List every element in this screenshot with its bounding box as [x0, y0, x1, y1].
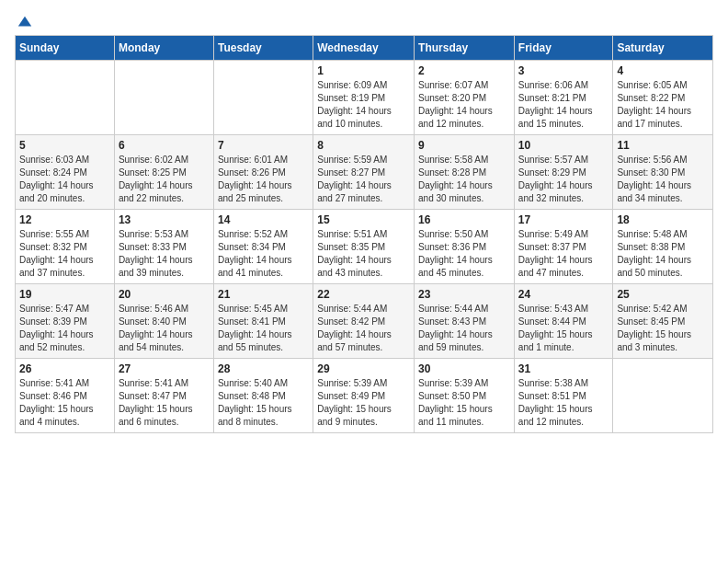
- calendar-cell: 10Sunrise: 5:57 AM Sunset: 8:29 PM Dayli…: [514, 135, 613, 210]
- calendar-cell: 20Sunrise: 5:46 AM Sunset: 8:40 PM Dayli…: [114, 284, 213, 359]
- day-number: 8: [317, 139, 410, 152]
- day-info: Sunrise: 5:55 AM Sunset: 8:32 PM Dayligh…: [19, 228, 110, 280]
- day-info: Sunrise: 5:59 AM Sunset: 8:27 PM Dayligh…: [317, 154, 410, 205]
- calendar-cell: 1Sunrise: 6:09 AM Sunset: 8:19 PM Daylig…: [313, 61, 415, 135]
- calendar-cell: 18Sunrise: 5:48 AM Sunset: 8:38 PM Dayli…: [613, 210, 713, 284]
- weekday-header: Saturday: [613, 36, 713, 61]
- weekday-header: Monday: [114, 36, 213, 61]
- weekday-header: Tuesday: [213, 36, 313, 61]
- day-info: Sunrise: 5:52 AM Sunset: 8:34 PM Dayligh…: [218, 228, 309, 280]
- weekday-header: Friday: [514, 36, 613, 61]
- logo-icon: [17, 15, 33, 31]
- day-number: 14: [218, 213, 309, 226]
- day-info: Sunrise: 5:38 AM Sunset: 8:51 PM Dayligh…: [518, 377, 609, 429]
- day-info: Sunrise: 5:41 AM Sunset: 8:47 PM Dayligh…: [119, 377, 210, 429]
- calendar-cell: 22Sunrise: 5:44 AM Sunset: 8:42 PM Dayli…: [313, 284, 415, 359]
- calendar-cell: 2Sunrise: 6:07 AM Sunset: 8:20 PM Daylig…: [415, 61, 515, 135]
- day-number: 7: [218, 139, 309, 152]
- calendar-cell: 4Sunrise: 6:05 AM Sunset: 8:22 PM Daylig…: [613, 61, 713, 135]
- weekday-header: Wednesday: [313, 36, 415, 61]
- day-info: Sunrise: 5:49 AM Sunset: 8:37 PM Dayligh…: [518, 228, 609, 280]
- day-number: 24: [518, 288, 609, 301]
- day-info: Sunrise: 5:40 AM Sunset: 8:48 PM Dayligh…: [218, 377, 309, 429]
- day-number: 28: [218, 362, 309, 375]
- day-number: 2: [418, 64, 510, 77]
- calendar-week-row: 12Sunrise: 5:55 AM Sunset: 8:32 PM Dayli…: [16, 210, 713, 284]
- day-number: 22: [317, 288, 410, 301]
- calendar-cell: 8Sunrise: 5:59 AM Sunset: 8:27 PM Daylig…: [313, 135, 415, 210]
- calendar-cell: 11Sunrise: 5:56 AM Sunset: 8:30 PM Dayli…: [613, 135, 713, 210]
- calendar-cell: 17Sunrise: 5:49 AM Sunset: 8:37 PM Dayli…: [514, 210, 613, 284]
- day-info: Sunrise: 5:58 AM Sunset: 8:28 PM Dayligh…: [418, 154, 510, 205]
- day-number: 26: [19, 362, 110, 375]
- calendar-cell: 13Sunrise: 5:53 AM Sunset: 8:33 PM Dayli…: [114, 210, 213, 284]
- day-number: 1: [317, 64, 410, 77]
- day-number: 6: [119, 139, 210, 152]
- day-number: 10: [518, 139, 609, 152]
- day-info: Sunrise: 5:56 AM Sunset: 8:30 PM Dayligh…: [617, 154, 709, 205]
- calendar-cell: 5Sunrise: 6:03 AM Sunset: 8:24 PM Daylig…: [16, 135, 115, 210]
- calendar-cell: 28Sunrise: 5:40 AM Sunset: 8:48 PM Dayli…: [213, 359, 313, 433]
- day-number: 29: [317, 362, 410, 375]
- calendar-cell: 9Sunrise: 5:58 AM Sunset: 8:28 PM Daylig…: [415, 135, 515, 210]
- day-info: Sunrise: 5:51 AM Sunset: 8:35 PM Dayligh…: [317, 228, 410, 280]
- weekday-header: Thursday: [415, 36, 515, 61]
- calendar-cell: 25Sunrise: 5:42 AM Sunset: 8:45 PM Dayli…: [613, 284, 713, 359]
- day-number: 21: [218, 288, 309, 301]
- day-info: Sunrise: 5:39 AM Sunset: 8:50 PM Dayligh…: [418, 377, 510, 429]
- calendar-week-row: 19Sunrise: 5:47 AM Sunset: 8:39 PM Dayli…: [16, 284, 713, 359]
- day-number: 31: [518, 362, 609, 375]
- day-number: 17: [518, 213, 609, 226]
- day-info: Sunrise: 6:02 AM Sunset: 8:25 PM Dayligh…: [119, 154, 210, 205]
- page-header: [15, 15, 713, 28]
- day-number: 25: [617, 288, 709, 301]
- day-info: Sunrise: 6:07 AM Sunset: 8:20 PM Dayligh…: [418, 79, 510, 131]
- day-info: Sunrise: 6:05 AM Sunset: 8:22 PM Dayligh…: [617, 79, 709, 131]
- calendar-cell: 3Sunrise: 6:06 AM Sunset: 8:21 PM Daylig…: [514, 61, 613, 135]
- calendar-cell: 29Sunrise: 5:39 AM Sunset: 8:49 PM Dayli…: [313, 359, 415, 433]
- day-number: 16: [418, 213, 510, 226]
- calendar-week-row: 1Sunrise: 6:09 AM Sunset: 8:19 PM Daylig…: [16, 61, 713, 135]
- calendar-cell: 27Sunrise: 5:41 AM Sunset: 8:47 PM Dayli…: [114, 359, 213, 433]
- day-info: Sunrise: 5:45 AM Sunset: 8:41 PM Dayligh…: [218, 303, 309, 354]
- calendar-table: SundayMondayTuesdayWednesdayThursdayFrid…: [15, 35, 713, 433]
- day-info: Sunrise: 6:03 AM Sunset: 8:24 PM Dayligh…: [19, 154, 110, 205]
- calendar-cell: 7Sunrise: 6:01 AM Sunset: 8:26 PM Daylig…: [213, 135, 313, 210]
- calendar-cell: 26Sunrise: 5:41 AM Sunset: 8:46 PM Dayli…: [16, 359, 115, 433]
- calendar-cell: 6Sunrise: 6:02 AM Sunset: 8:25 PM Daylig…: [114, 135, 213, 210]
- calendar-cell: 15Sunrise: 5:51 AM Sunset: 8:35 PM Dayli…: [313, 210, 415, 284]
- day-number: 19: [19, 288, 110, 301]
- weekday-header: Sunday: [16, 36, 115, 61]
- day-number: 27: [119, 362, 210, 375]
- calendar-cell: 23Sunrise: 5:44 AM Sunset: 8:43 PM Dayli…: [415, 284, 515, 359]
- day-info: Sunrise: 5:44 AM Sunset: 8:42 PM Dayligh…: [317, 303, 410, 354]
- day-info: Sunrise: 6:06 AM Sunset: 8:21 PM Dayligh…: [518, 79, 609, 131]
- calendar-week-row: 26Sunrise: 5:41 AM Sunset: 8:46 PM Dayli…: [16, 359, 713, 433]
- day-info: Sunrise: 5:53 AM Sunset: 8:33 PM Dayligh…: [119, 228, 210, 280]
- day-info: Sunrise: 5:47 AM Sunset: 8:39 PM Dayligh…: [19, 303, 110, 354]
- logo: [15, 15, 33, 28]
- day-info: Sunrise: 5:39 AM Sunset: 8:49 PM Dayligh…: [317, 377, 410, 429]
- day-info: Sunrise: 6:01 AM Sunset: 8:26 PM Dayligh…: [218, 154, 309, 205]
- calendar-cell: 31Sunrise: 5:38 AM Sunset: 8:51 PM Dayli…: [514, 359, 613, 433]
- day-number: 9: [418, 139, 510, 152]
- day-info: Sunrise: 5:57 AM Sunset: 8:29 PM Dayligh…: [518, 154, 609, 205]
- calendar-cell: 14Sunrise: 5:52 AM Sunset: 8:34 PM Dayli…: [213, 210, 313, 284]
- day-number: 13: [119, 213, 210, 226]
- calendar-cell: 12Sunrise: 5:55 AM Sunset: 8:32 PM Dayli…: [16, 210, 115, 284]
- day-number: 23: [418, 288, 510, 301]
- calendar-cell: 19Sunrise: 5:47 AM Sunset: 8:39 PM Dayli…: [16, 284, 115, 359]
- calendar-cell: 16Sunrise: 5:50 AM Sunset: 8:36 PM Dayli…: [415, 210, 515, 284]
- day-info: Sunrise: 5:46 AM Sunset: 8:40 PM Dayligh…: [119, 303, 210, 354]
- calendar-cell: [213, 61, 313, 135]
- day-info: Sunrise: 5:43 AM Sunset: 8:44 PM Dayligh…: [518, 303, 609, 354]
- day-number: 11: [617, 139, 709, 152]
- calendar-header-row: SundayMondayTuesdayWednesdayThursdayFrid…: [16, 36, 713, 61]
- day-number: 12: [19, 213, 110, 226]
- day-info: Sunrise: 5:41 AM Sunset: 8:46 PM Dayligh…: [19, 377, 110, 429]
- day-number: 4: [617, 64, 709, 77]
- day-info: Sunrise: 5:44 AM Sunset: 8:43 PM Dayligh…: [418, 303, 510, 354]
- day-number: 30: [418, 362, 510, 375]
- day-number: 3: [518, 64, 609, 77]
- day-info: Sunrise: 6:09 AM Sunset: 8:19 PM Dayligh…: [317, 79, 410, 131]
